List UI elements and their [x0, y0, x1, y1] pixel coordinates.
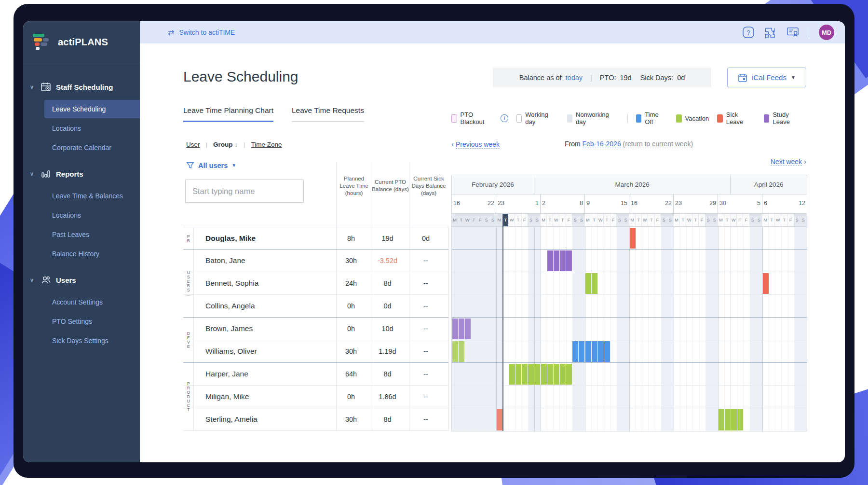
day-cell[interactable] [661, 272, 667, 294]
day-cell[interactable] [648, 363, 654, 385]
day-cell[interactable] [692, 295, 699, 317]
day-cell[interactable] [579, 363, 585, 385]
day-cell[interactable] [769, 363, 775, 385]
chart-row[interactable] [452, 386, 807, 408]
day-cell[interactable] [781, 363, 787, 385]
day-cell[interactable] [490, 318, 496, 340]
day-cell[interactable] [471, 272, 477, 294]
day-cell[interactable] [559, 408, 566, 431]
day-cell[interactable] [515, 227, 521, 249]
day-cell[interactable] [724, 318, 731, 340]
day-cell[interactable] [477, 386, 484, 408]
chart-row[interactable] [452, 363, 807, 386]
day-cell[interactable] [769, 386, 775, 408]
day-cell[interactable] [756, 295, 762, 317]
day-cell[interactable] [623, 249, 629, 272]
day-cell[interactable] [579, 272, 585, 294]
day-cell[interactable] [781, 295, 787, 317]
leave-block-timeoff[interactable] [572, 341, 578, 362]
day-cell[interactable] [661, 249, 667, 272]
day-cell[interactable] [750, 363, 756, 385]
day-cell[interactable] [794, 318, 800, 340]
day-cell[interactable] [737, 272, 743, 294]
leave-block-vacation[interactable] [459, 341, 464, 362]
day-cell[interactable] [667, 295, 674, 317]
table-row[interactable]: PRODUCTHarper, Jane64h8d-- [183, 363, 448, 386]
day-cell[interactable] [686, 272, 692, 294]
day-cell[interactable] [522, 272, 528, 294]
day-cell[interactable] [712, 295, 718, 317]
day-cell[interactable] [655, 272, 661, 294]
day-cell[interactable] [718, 249, 724, 272]
feedback-certificate-icon[interactable] [787, 26, 799, 39]
day-cell[interactable] [750, 249, 756, 272]
day-cell[interactable] [553, 386, 559, 408]
sidebar-item-leave-scheduling[interactable]: Leave Scheduling [44, 100, 140, 118]
day-cell[interactable] [712, 386, 718, 408]
day-cell[interactable] [559, 227, 566, 249]
day-cell[interactable] [566, 386, 572, 408]
leave-block-vacation[interactable] [585, 273, 591, 294]
leave-block-timeoff[interactable] [604, 341, 610, 362]
day-cell[interactable] [559, 295, 566, 317]
day-cell[interactable] [636, 386, 642, 408]
day-cell[interactable] [648, 318, 654, 340]
day-cell[interactable] [559, 340, 566, 362]
day-cell[interactable] [680, 249, 686, 272]
day-cell[interactable] [680, 318, 686, 340]
day-cell[interactable] [509, 272, 515, 294]
chart-row[interactable] [452, 272, 807, 295]
day-cell[interactable] [667, 227, 674, 249]
day-cell[interactable] [648, 340, 654, 362]
day-cell[interactable] [522, 249, 528, 272]
day-cell[interactable] [750, 386, 756, 408]
day-cell[interactable] [617, 227, 623, 249]
day-cell[interactable] [484, 340, 490, 362]
day-cell[interactable] [642, 249, 648, 272]
day-cell[interactable] [559, 272, 566, 294]
day-cell[interactable] [794, 386, 800, 408]
day-cell[interactable] [597, 227, 604, 249]
day-cell[interactable] [762, 295, 769, 317]
day-cell[interactable] [724, 249, 731, 272]
day-cell[interactable] [699, 295, 705, 317]
day-cell[interactable] [541, 340, 547, 362]
day-cell[interactable] [572, 227, 579, 249]
leave-block-vacation[interactable] [541, 364, 547, 385]
day-cell[interactable] [629, 272, 636, 294]
day-cell[interactable] [597, 272, 604, 294]
day-cell[interactable] [471, 318, 477, 340]
day-cell[interactable] [490, 340, 496, 362]
day-cell[interactable] [724, 340, 731, 362]
leave-block-vacation[interactable] [554, 364, 559, 385]
day-cell[interactable] [750, 408, 756, 431]
tab-leave-time-requests[interactable]: Leave Time Requests [292, 106, 364, 122]
day-cell[interactable] [781, 227, 787, 249]
day-cell[interactable] [496, 295, 502, 317]
table-row[interactable]: USERS…Baton, Jane30h-3.52d-- [183, 249, 448, 272]
day-cell[interactable] [692, 227, 699, 249]
integrations-puzzle-icon[interactable] [764, 26, 777, 39]
sidebar-item-sick-days-settings[interactable]: Sick Days Settings [44, 332, 140, 350]
switch-to-actitime-link[interactable]: ⇄ Switch to actiTIME [168, 28, 235, 37]
sidebar-section-reports[interactable]: ∨Reports [23, 162, 140, 186]
day-cell[interactable] [477, 340, 484, 362]
day-cell[interactable] [731, 272, 737, 294]
day-cell[interactable] [566, 272, 572, 294]
day-cell[interactable] [800, 295, 807, 317]
day-cell[interactable] [699, 340, 705, 362]
day-cell[interactable] [712, 227, 718, 249]
day-cell[interactable] [686, 227, 692, 249]
day-cell[interactable] [756, 249, 762, 272]
day-cell[interactable] [699, 386, 705, 408]
day-cell[interactable] [547, 408, 553, 431]
day-cell[interactable] [718, 295, 724, 317]
day-cell[interactable] [648, 227, 654, 249]
day-cell[interactable] [731, 249, 737, 272]
day-cell[interactable] [464, 249, 471, 272]
day-cell[interactable] [642, 295, 648, 317]
day-cell[interactable] [731, 340, 737, 362]
day-cell[interactable] [610, 363, 617, 385]
day-cell[interactable] [477, 363, 484, 385]
day-cell[interactable] [775, 408, 781, 431]
